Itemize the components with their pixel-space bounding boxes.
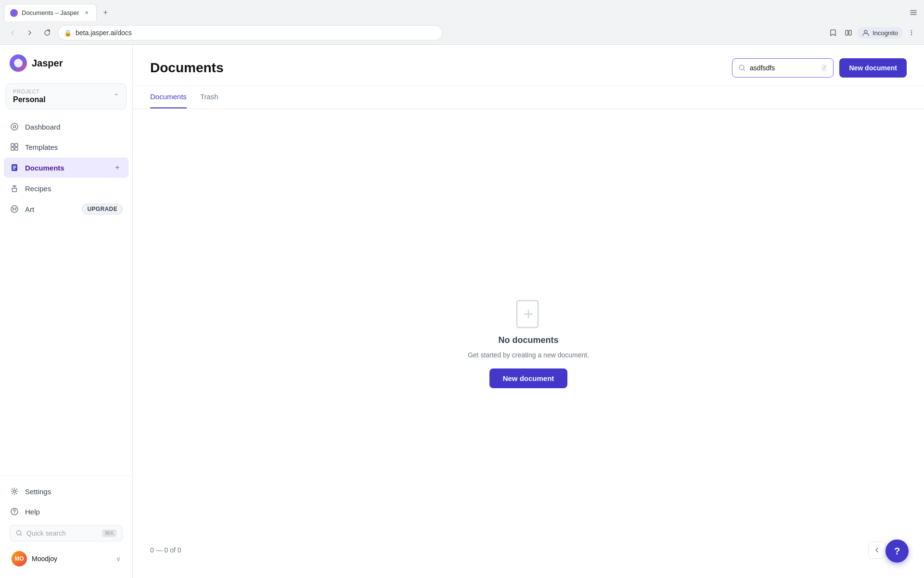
empty-description: Get started by creating a new document. xyxy=(468,351,589,359)
empty-title: No documents xyxy=(498,335,558,345)
page-title: Documents xyxy=(150,60,223,76)
tab-documents[interactable]: Documents xyxy=(150,86,187,108)
sidebar-item-templates-label: Templates xyxy=(25,143,58,151)
sidebar-item-recipes[interactable]: Recipes xyxy=(4,179,128,198)
svg-point-7 xyxy=(13,126,16,128)
svg-point-15 xyxy=(15,208,17,209)
dashboard-icon xyxy=(10,122,19,131)
tab-more-button[interactable] xyxy=(907,6,920,19)
active-tab[interactable]: Documents – Jasper ✕ xyxy=(4,4,97,21)
help-label: Help xyxy=(25,508,40,516)
logo-text: Jasper xyxy=(32,58,63,69)
project-name: Personal xyxy=(13,95,46,104)
empty-document-icon xyxy=(513,299,544,329)
search-shortcut: / xyxy=(821,64,827,72)
header-actions: / New document xyxy=(732,58,907,78)
tab-trash[interactable]: Trash xyxy=(200,86,218,108)
sidebar-item-art[interactable]: Art UPGRADE xyxy=(4,199,128,219)
project-selector[interactable]: PROJECT Personal ⌃ xyxy=(6,83,127,109)
quick-search-kbd: ⌘K xyxy=(102,529,116,537)
tab-title: Documents – Jasper xyxy=(22,9,79,16)
quick-search-icon xyxy=(16,530,23,537)
sidebar-item-dashboard[interactable]: Dashboard xyxy=(4,117,128,136)
bookmark-button[interactable] xyxy=(826,26,840,39)
sidebar-item-documents[interactable]: Documents + xyxy=(4,158,128,178)
help-icon xyxy=(10,507,19,516)
logo-area: Jasper xyxy=(0,45,132,79)
new-tab-button[interactable]: + xyxy=(99,6,112,19)
svg-point-3 xyxy=(911,30,912,31)
sidebar-bottom: Settings Help Quick search ⌘K MO Moodjoy… xyxy=(0,475,132,578)
main-body: No documents Get started by creating a n… xyxy=(133,109,924,578)
sidebar-item-templates[interactable]: Templates xyxy=(4,137,128,157)
split-view-button[interactable] xyxy=(842,26,855,39)
sidebar-item-help[interactable]: Help xyxy=(4,502,128,521)
user-avatar: MO xyxy=(12,551,27,566)
quick-search[interactable]: Quick search ⌘K xyxy=(10,525,123,541)
sidebar-nav: Dashboard Templates Documents + xyxy=(0,117,132,296)
svg-point-18 xyxy=(14,513,15,514)
svg-rect-10 xyxy=(11,147,14,150)
sidebar: Jasper PROJECT Personal ⌃ Dashboard xyxy=(0,45,133,578)
nav-actions: Incognito xyxy=(826,26,918,39)
svg-rect-0 xyxy=(846,30,848,35)
svg-point-16 xyxy=(13,490,16,493)
sidebar-item-dashboard-label: Dashboard xyxy=(25,123,60,131)
search-box[interactable]: / xyxy=(732,58,834,78)
documents-icon xyxy=(10,163,19,172)
art-icon xyxy=(10,204,19,214)
svg-point-2 xyxy=(864,30,867,33)
new-document-button[interactable]: New document xyxy=(839,58,907,78)
quick-search-placeholder: Quick search xyxy=(26,529,98,537)
svg-rect-8 xyxy=(11,144,14,146)
svg-rect-11 xyxy=(15,147,18,150)
pagination: 0 — 0 of 0 xyxy=(150,541,907,559)
empty-state: No documents Get started by creating a n… xyxy=(468,299,589,388)
svg-point-14 xyxy=(13,208,14,209)
pagination-prev-button[interactable] xyxy=(868,541,886,559)
sidebar-item-documents-label: Documents xyxy=(25,164,64,172)
tab-favicon xyxy=(10,9,18,17)
upgrade-badge[interactable]: UPGRADE xyxy=(82,204,123,214)
project-label: PROJECT xyxy=(13,89,46,94)
main-content: Documents / New document Documents Trash xyxy=(133,45,924,578)
forward-button[interactable] xyxy=(23,26,37,39)
svg-point-6 xyxy=(11,123,18,130)
address-text: beta.jasper.ai/docs xyxy=(76,29,436,37)
help-float-button[interactable]: ? xyxy=(886,539,909,563)
add-document-button[interactable]: + xyxy=(112,162,123,173)
svg-point-5 xyxy=(911,34,912,35)
templates-icon xyxy=(10,142,19,152)
search-icon xyxy=(738,64,746,72)
svg-point-4 xyxy=(911,32,912,33)
user-footer[interactable]: MO Moodjoy ∨ xyxy=(4,545,128,572)
search-input[interactable] xyxy=(750,64,817,72)
lock-icon: 🔒 xyxy=(64,29,72,37)
svg-rect-9 xyxy=(15,144,18,146)
menu-button[interactable] xyxy=(905,26,918,39)
main-header: Documents / New document xyxy=(133,45,924,86)
reload-button[interactable] xyxy=(40,26,54,39)
recipes-icon xyxy=(10,184,19,193)
sidebar-item-art-label: Art xyxy=(25,205,34,213)
back-button[interactable] xyxy=(6,26,19,39)
logo-icon xyxy=(10,54,27,72)
profile-label: Incognito xyxy=(873,29,898,37)
settings-label: Settings xyxy=(25,487,51,496)
user-name: Moodjoy xyxy=(32,555,111,563)
tabs-bar: Documents Trash xyxy=(133,86,924,109)
nav-bar: 🔒 beta.jasper.ai/docs Incognito xyxy=(0,21,924,44)
pagination-text: 0 — 0 of 0 xyxy=(150,546,181,554)
user-chevron-icon: ∨ xyxy=(116,555,121,563)
tab-bar: Documents – Jasper ✕ + xyxy=(0,0,924,21)
svg-rect-1 xyxy=(849,30,851,35)
project-chevron-icon: ⌃ xyxy=(113,92,119,101)
sidebar-item-settings[interactable]: Settings xyxy=(4,482,128,501)
address-bar[interactable]: 🔒 beta.jasper.ai/docs xyxy=(58,25,443,40)
profile-button[interactable]: Incognito xyxy=(857,27,903,39)
settings-icon xyxy=(10,486,19,496)
sidebar-item-recipes-label: Recipes xyxy=(25,184,51,193)
tab-close-button[interactable]: ✕ xyxy=(83,9,90,17)
empty-new-document-button[interactable]: New document xyxy=(489,368,568,388)
